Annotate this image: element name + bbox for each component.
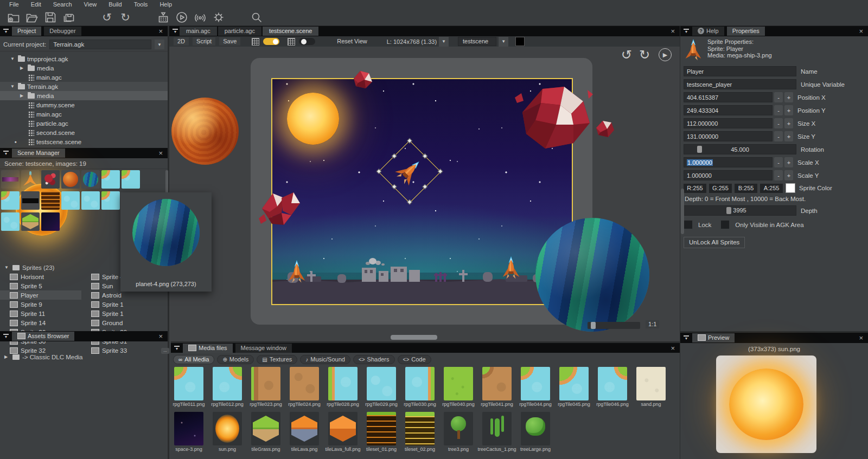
color-b-field[interactable]: B:255	[735, 184, 757, 193]
sprite-color-swatch[interactable]	[786, 183, 795, 193]
scene-image-thumb[interactable]	[1, 191, 20, 210]
expand-arrow-icon[interactable]: ▶	[4, 354, 10, 359]
media-file-thumbnail[interactable]	[444, 412, 473, 445]
dock-icon[interactable]	[174, 346, 180, 351]
media-file-thumbnail[interactable]	[444, 367, 473, 400]
editor-tab[interactable]: testscene.scene	[263, 27, 319, 36]
close-icon[interactable]: ×	[156, 27, 165, 35]
menu-item[interactable]: Edit	[25, 0, 47, 9]
expand-arrow-icon[interactable]: ▼	[10, 84, 16, 89]
sprite-list-item[interactable]: Sprite 9	[0, 300, 81, 309]
color-a-field[interactable]: A:255	[760, 184, 783, 193]
menu-item[interactable]: View	[78, 0, 103, 9]
tree-row[interactable]: ▶ media	[0, 63, 168, 73]
snap-toggle-off[interactable]	[299, 38, 315, 45]
media-file-item[interactable]: rpgTile045.png	[559, 367, 589, 407]
increment-button[interactable]: +	[784, 170, 793, 180]
media-file-item[interactable]: sun.png	[213, 412, 242, 452]
expand-arrow-icon[interactable]: ▶	[20, 66, 25, 70]
broadcast-icon[interactable]	[192, 10, 208, 24]
media-file-item[interactable]: rpgTile044.png	[521, 367, 550, 407]
sprite-list-item[interactable]: Sprite 14	[0, 318, 81, 327]
asteroid-sprite[interactable]	[350, 69, 374, 90]
background-color-swatch[interactable]	[515, 37, 525, 46]
menu-item[interactable]: Build	[103, 0, 127, 9]
redo-icon[interactable]: ↻	[117, 10, 133, 24]
open-project-icon[interactable]	[24, 10, 40, 24]
resize-handle[interactable]	[392, 153, 397, 159]
sprite-list-item[interactable]: Horisont	[0, 272, 81, 281]
close-icon[interactable]: ×	[857, 334, 865, 342]
tab-project[interactable]: Project	[12, 27, 41, 36]
ground-graveyard-sprite[interactable]	[272, 263, 572, 304]
tree-row[interactable]: dummy.scene	[0, 100, 168, 109]
scene-image-thumb[interactable]	[41, 170, 60, 189]
dock-icon[interactable]	[172, 29, 178, 34]
media-file-item[interactable]: rpgTile029.png	[367, 367, 396, 407]
rotation-slider[interactable]: 45.000	[684, 144, 796, 154]
media-file-thumbnail[interactable]	[328, 367, 358, 400]
tree-row[interactable]: main.agc	[0, 109, 168, 119]
increment-button[interactable]: +	[784, 131, 793, 141]
chevron-down-icon[interactable]: ▼	[439, 37, 449, 47]
scene-image-thumb[interactable]	[1, 170, 20, 189]
scene-image-thumb[interactable]	[61, 170, 80, 189]
name-field[interactable]: Player	[684, 66, 796, 76]
media-filter-button[interactable]: ⊕ Models	[217, 355, 254, 364]
decrement-button[interactable]: -	[774, 157, 783, 167]
close-icon[interactable]: ×	[156, 149, 165, 157]
media-file-thumbnail[interactable]	[482, 367, 512, 400]
horizontal-scrollbar[interactable]	[391, 335, 437, 340]
orange-planet-sprite[interactable]	[171, 98, 239, 165]
decrement-button[interactable]: -	[774, 131, 783, 141]
media-filter-button[interactable]: ▤ Textures	[257, 355, 297, 364]
grid-toggle-on[interactable]	[263, 38, 279, 45]
menu-item[interactable]: Search	[47, 0, 78, 9]
media-file-thumbnail[interactable]	[251, 412, 280, 445]
close-icon[interactable]: ×	[668, 27, 677, 35]
zoom-slider-handle[interactable]	[591, 322, 596, 329]
player-ship-sprite[interactable]	[392, 153, 427, 189]
media-file-item[interactable]: tree3.png	[444, 412, 473, 452]
chevron-down-icon[interactable]: ▼	[499, 37, 508, 47]
media-file-thumbnail[interactable]	[174, 367, 203, 400]
close-icon[interactable]: ×	[668, 344, 677, 352]
dock-icon[interactable]	[3, 29, 9, 34]
decrement-button[interactable]: -	[774, 105, 783, 115]
rotation-slider-handle[interactable]	[697, 146, 702, 153]
media-file-item[interactable]: tileGrass.png	[251, 412, 280, 452]
dock-icon[interactable]	[3, 151, 9, 156]
editor-tab[interactable]: particle.agc	[218, 27, 261, 36]
sprite-list-item[interactable]: Astroid	[81, 290, 163, 300]
media-file-thumbnail[interactable]	[251, 367, 280, 400]
menu-item[interactable]: File	[3, 0, 25, 9]
save-icon[interactable]	[42, 10, 59, 24]
expand-arrow-icon[interactable]: ▼	[4, 265, 10, 270]
media-file-thumbnail[interactable]	[290, 367, 319, 400]
unique-variable-field[interactable]: testscene_player	[684, 79, 796, 89]
media-file-thumbnail[interactable]	[213, 412, 242, 445]
dock-icon[interactable]	[3, 334, 9, 339]
scene-image-thumb[interactable]	[81, 191, 100, 210]
view-undo-icon[interactable]: ↺	[621, 47, 632, 62]
debug-icon[interactable]	[210, 10, 227, 24]
media-filter-button[interactable]: ♪ Music/Sound	[300, 355, 350, 364]
media-file-thumbnail[interactable]	[290, 412, 319, 445]
position-y-field[interactable]: 249.433304	[684, 105, 773, 115]
scene-viewport[interactable]: ↺ ↻ ▶ 1:1	[169, 47, 680, 341]
increment-button[interactable]: +	[784, 105, 793, 115]
asteroid-sprite[interactable]	[594, 119, 616, 139]
scene-image-thumb[interactable]	[122, 170, 140, 189]
media-file-thumbnail[interactable]	[559, 367, 589, 400]
scene-image-thumb[interactable]	[21, 191, 40, 210]
search-icon[interactable]	[248, 10, 265, 24]
view-redo-icon[interactable]: ↻	[639, 47, 650, 62]
media-file-thumbnail[interactable]	[482, 412, 512, 445]
media-file-thumbnail[interactable]	[521, 367, 550, 400]
tree-row[interactable]: particle.agc	[0, 119, 168, 128]
ship-sprite[interactable]	[502, 255, 520, 280]
reset-view-button[interactable]: Reset View	[333, 37, 371, 46]
decrement-button[interactable]: -	[774, 92, 783, 102]
smoke-sprite[interactable]	[369, 258, 376, 264]
view-play-icon[interactable]: ▶	[659, 48, 672, 61]
